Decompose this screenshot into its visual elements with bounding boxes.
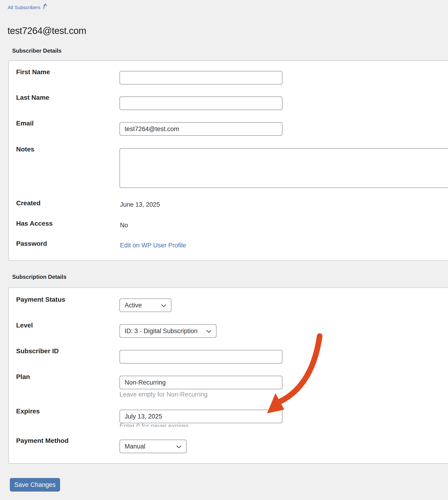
created-value: June 13, 2025 [120, 201, 160, 208]
first-name-input[interactable] [119, 71, 282, 85]
level-label: Level [16, 321, 33, 329]
payment-status-selected-option: Active [125, 302, 142, 309]
chevron-down-icon [176, 443, 181, 450]
notes-label: Notes [16, 145, 34, 153]
subscriber-id-input[interactable] [119, 350, 282, 363]
created-label: Created [16, 199, 40, 207]
all-subscribers-link-label: All Subscribers [8, 4, 40, 11]
plan-input[interactable] [119, 376, 282, 389]
subscriber-id-label: Subscriber ID [16, 347, 59, 355]
subscriber-edit-page: All Subscribers test7264@test.com Subscr… [0, 0, 448, 500]
chevron-down-icon [161, 302, 166, 309]
payment-status-label: Payment Status [16, 296, 65, 304]
subscription-details-heading: Subscription Details [12, 273, 66, 280]
notes-textarea[interactable] [119, 148, 448, 188]
chevron-down-icon [206, 328, 211, 335]
email-label: Email [16, 119, 34, 127]
last-name-label: Last Name [16, 94, 49, 102]
expires-hint: Enter 0 for never expires [119, 423, 250, 427]
payment-method-select[interactable]: Manual [119, 440, 187, 453]
payment-status-select[interactable]: Active [119, 298, 171, 312]
all-subscribers-link[interactable]: All Subscribers [8, 4, 48, 11]
password-label: Password [16, 240, 47, 248]
page-title: test7264@test.com [7, 25, 86, 36]
plan-label: Plan [16, 373, 30, 381]
first-name-label: First Name [16, 68, 50, 76]
expires-label: Expires [16, 407, 40, 415]
expires-hint-text: Enter 0 for never expires [119, 423, 250, 427]
last-name-input[interactable] [119, 96, 282, 110]
level-select[interactable]: ID: 3 - Digital Subscription [119, 324, 217, 338]
payment-method-selected-option: Manual [125, 443, 145, 450]
plan-hint: Leave empty for Non-Recurring [119, 390, 208, 398]
level-selected-option: ID: 3 - Digital Subscription [125, 328, 198, 335]
has-access-label: Has Access [16, 220, 53, 227]
has-access-value: No [120, 222, 128, 229]
payment-method-label: Payment Method [16, 437, 68, 445]
arrow-up-icon [42, 4, 48, 11]
save-changes-button[interactable]: Save Changes [10, 478, 60, 492]
email-input[interactable] [119, 122, 282, 136]
edit-wp-profile-link[interactable]: Edit on WP User Profile [120, 241, 186, 249]
expires-input[interactable] [119, 410, 282, 423]
subscriber-details-heading: Subscriber Details [12, 47, 62, 54]
